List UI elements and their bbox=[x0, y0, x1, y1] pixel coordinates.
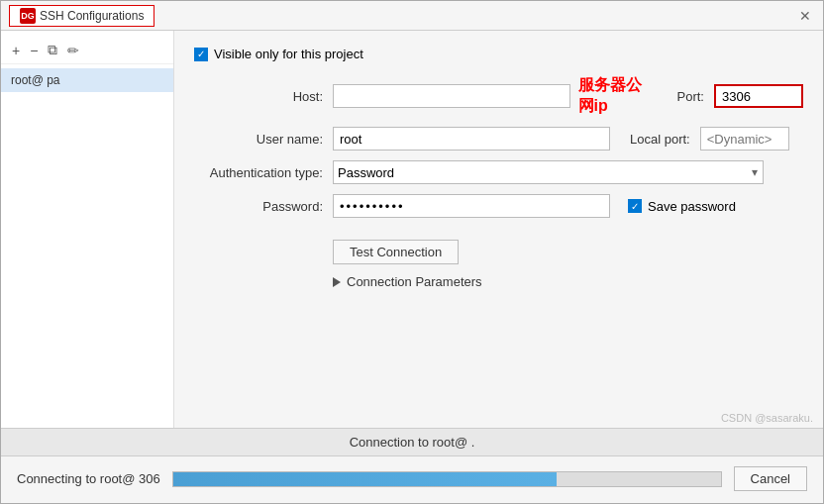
save-password-checkbox[interactable] bbox=[628, 199, 642, 213]
auth-row: Authentication type: Password bbox=[194, 160, 803, 184]
visible-checkbox[interactable] bbox=[194, 48, 208, 61]
password-input[interactable] bbox=[333, 194, 610, 218]
add-button[interactable]: + bbox=[9, 42, 23, 59]
host-input[interactable] bbox=[333, 84, 570, 108]
title-tab[interactable]: DG SSH Configurations bbox=[9, 5, 154, 27]
title-bar: DG SSH Configurations ✕ bbox=[1, 1, 823, 31]
username-input[interactable] bbox=[333, 127, 610, 151]
title-bar-left: DG SSH Configurations bbox=[9, 5, 154, 27]
test-connection-button[interactable]: Test Connection bbox=[333, 240, 459, 264]
password-row: Password: Save password bbox=[194, 194, 803, 218]
progress-title-text: Connection to root@ . bbox=[350, 435, 475, 450]
localport-input[interactable] bbox=[700, 127, 789, 151]
sidebar-item-label: root@ pa bbox=[11, 73, 60, 87]
expand-icon bbox=[333, 277, 341, 287]
connection-params-label: Connection Parameters bbox=[347, 274, 482, 289]
save-password-row: Save password bbox=[628, 199, 736, 214]
window-title: SSH Configurations bbox=[40, 9, 144, 23]
connection-params-row[interactable]: Connection Parameters bbox=[333, 274, 803, 289]
main-window: DG SSH Configurations ✕ + − ⧉ ✏ root@ pa bbox=[0, 0, 824, 504]
port-label: Port: bbox=[677, 89, 704, 104]
close-button[interactable]: ✕ bbox=[795, 6, 815, 26]
progress-bar-fill bbox=[173, 472, 557, 486]
watermark: CSDN @sasaraku. bbox=[721, 412, 813, 424]
test-connection-row: Test Connection bbox=[194, 234, 803, 264]
progress-label: Connecting to root@ 306 bbox=[17, 471, 160, 486]
copy-button[interactable]: ⧉ bbox=[45, 41, 60, 59]
sidebar-item-root[interactable]: root@ pa bbox=[1, 68, 173, 92]
visible-checkbox-label: Visible only for this project bbox=[214, 47, 363, 61]
host-annotation: 服务器公网ip bbox=[578, 75, 658, 117]
host-row: Host: 服务器公网ip Port: bbox=[194, 75, 803, 117]
auth-select-wrapper: Password bbox=[333, 160, 764, 184]
dg-logo: DG bbox=[20, 8, 36, 24]
username-label: User name: bbox=[194, 132, 323, 147]
progress-dialog: Connection to root@ . Connecting to root… bbox=[1, 428, 823, 503]
progress-bar-track bbox=[172, 471, 722, 487]
password-label: Password: bbox=[194, 199, 323, 214]
visible-checkbox-row: Visible only for this project bbox=[194, 47, 803, 61]
cancel-button[interactable]: Cancel bbox=[734, 466, 807, 491]
host-label: Host: bbox=[194, 89, 323, 104]
progress-dialog-body: Connecting to root@ 306 Cancel bbox=[1, 456, 823, 503]
username-row: User name: Local port: bbox=[194, 127, 803, 151]
auth-select[interactable]: Password bbox=[333, 160, 764, 184]
localport-label: Local port: bbox=[630, 132, 690, 147]
save-password-label: Save password bbox=[648, 199, 736, 214]
progress-dialog-title: Connection to root@ . bbox=[1, 429, 823, 456]
edit-button[interactable]: ✏ bbox=[64, 42, 82, 59]
sidebar-toolbar: + − ⧉ ✏ bbox=[1, 37, 173, 64]
port-input[interactable] bbox=[714, 84, 803, 108]
remove-button[interactable]: − bbox=[27, 42, 41, 59]
auth-label: Authentication type: bbox=[194, 165, 323, 180]
